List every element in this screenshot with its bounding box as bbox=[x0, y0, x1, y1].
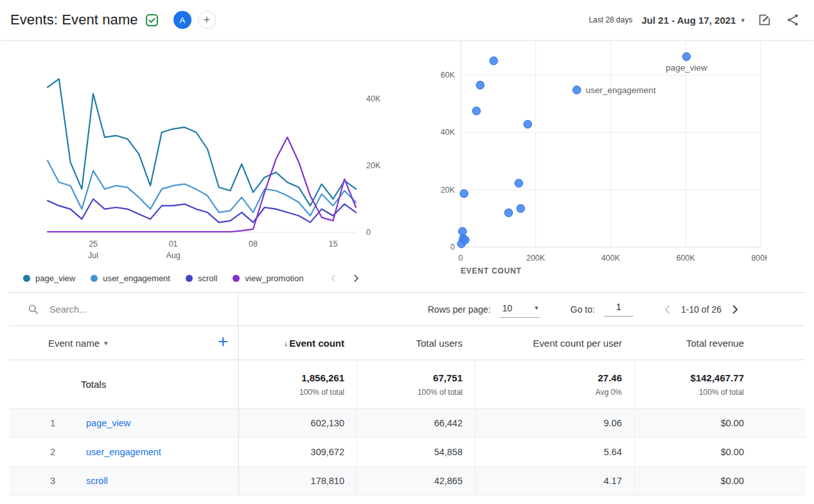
line-series-view_promotion bbox=[48, 137, 356, 232]
column-label: Event count per user bbox=[533, 338, 622, 349]
column-header-event-count[interactable]: ↓ Event count bbox=[238, 326, 357, 360]
event-link-page_view[interactable]: page_view bbox=[71, 409, 238, 438]
totals-value: 1,856,261 bbox=[301, 372, 344, 383]
plus-icon: + bbox=[203, 14, 210, 26]
cell-total-revenue: $0.00 bbox=[634, 409, 756, 438]
goto-label: Go to: bbox=[571, 304, 595, 315]
totals-event-count: 1,856,261 100% of total bbox=[238, 360, 357, 409]
dimension-name: Event name bbox=[48, 338, 100, 349]
scatter-point bbox=[524, 120, 532, 128]
totals-subvalue: 100% of total bbox=[699, 388, 744, 397]
column-header-total-revenue[interactable]: Total revenue bbox=[634, 326, 756, 360]
column-header-event-count-per-user[interactable]: Event count per user bbox=[475, 326, 634, 360]
customize-report-icon bbox=[757, 13, 772, 27]
scatter-point bbox=[460, 189, 468, 198]
svg-text:0: 0 bbox=[459, 254, 463, 263]
svg-text:user_engagement: user_engagement bbox=[586, 85, 656, 95]
goto-page-input[interactable]: 1 bbox=[604, 302, 633, 317]
cell-total-users: 66,442 bbox=[357, 409, 475, 438]
event-link-scroll[interactable]: scroll bbox=[71, 467, 238, 496]
header-spacer bbox=[756, 326, 805, 360]
cell-event-count: 602,130 bbox=[238, 409, 357, 438]
app-header: Events: Event name A + Last 28 days Jul … bbox=[0, 0, 814, 40]
legend-label: page_view bbox=[35, 274, 75, 283]
scatter-point bbox=[682, 53, 691, 61]
svg-text:0: 0 bbox=[450, 243, 455, 252]
pagination-range: 1-10 of 26 bbox=[681, 304, 721, 315]
svg-text:Aug: Aug bbox=[166, 251, 180, 260]
rows-per-page-value: 10 bbox=[502, 303, 513, 313]
dimension-select[interactable]: Event name ▾ bbox=[48, 338, 108, 349]
rows-per-page-select[interactable]: 10 ▾ bbox=[500, 301, 540, 318]
date-range-picker[interactable]: Jul 21 - Aug 17, 2021 ▾ bbox=[640, 12, 746, 28]
share-button[interactable] bbox=[783, 10, 802, 30]
line-series-scroll bbox=[48, 199, 356, 222]
legend-label: view_promotion bbox=[245, 274, 303, 283]
column-label: Total revenue bbox=[686, 338, 744, 349]
page-title: Events: Event name bbox=[10, 12, 138, 28]
cell-event-count: 178,810 bbox=[238, 467, 357, 496]
svg-text:25: 25 bbox=[89, 239, 98, 248]
svg-text:20K: 20K bbox=[441, 186, 456, 195]
legend-dot-icon bbox=[233, 275, 240, 282]
legend-prev-icon[interactable] bbox=[326, 272, 340, 285]
row-index: 2 bbox=[9, 438, 71, 467]
totals-subvalue: 100% of total bbox=[418, 388, 463, 397]
scatter-point bbox=[504, 209, 513, 217]
cell-total-revenue: $0.00 bbox=[634, 438, 756, 467]
column-label: Event count bbox=[289, 338, 344, 349]
row-spacer bbox=[756, 438, 805, 467]
legend-item-user_engagement[interactable]: user_engagement bbox=[91, 274, 170, 283]
event-link-user_engagement[interactable]: user_engagement bbox=[71, 438, 238, 467]
event-count-scatter-chart: 0200K400K600K800K020K40K60KEVENT COUNTpa… bbox=[431, 40, 767, 282]
caret-down-icon: ▾ bbox=[104, 339, 108, 347]
caret-down-icon: ▾ bbox=[535, 304, 538, 312]
legend-next-icon[interactable] bbox=[349, 271, 364, 286]
cell-event-count-per-user: 5.64 bbox=[475, 438, 634, 467]
legend-label: user_engagement bbox=[103, 274, 170, 283]
totals-event-count-per-user: 27.46 Avg 0% bbox=[475, 360, 634, 409]
cell-total-users: 54,858 bbox=[357, 438, 475, 467]
legend-item-view_promotion[interactable]: view_promotion bbox=[233, 274, 303, 283]
totals-value: $142,467.77 bbox=[691, 372, 744, 383]
svg-text:40K: 40K bbox=[441, 128, 456, 137]
legend-item-scroll[interactable]: scroll bbox=[186, 274, 217, 283]
events-over-time-line-chart: 020K40K25Jul01Aug0815 bbox=[19, 58, 395, 270]
search-icon bbox=[27, 303, 39, 315]
add-column-button[interactable]: + bbox=[214, 333, 232, 353]
row-index: 1 bbox=[9, 409, 71, 438]
svg-text:Jul: Jul bbox=[88, 251, 98, 260]
cell-total-revenue: $0.00 bbox=[634, 467, 756, 496]
totals-spacer bbox=[756, 360, 805, 409]
totals-value: 27.46 bbox=[597, 372, 622, 383]
svg-text:01: 01 bbox=[169, 239, 178, 248]
table-search-input[interactable] bbox=[48, 304, 170, 315]
next-page-icon[interactable] bbox=[728, 302, 742, 317]
cell-event-count: 309,672 bbox=[238, 438, 357, 467]
row-index: 3 bbox=[9, 467, 71, 496]
scatter-point bbox=[476, 81, 484, 89]
events-report-card: 020K40K25Jul01Aug0815 page_viewuser_enga… bbox=[9, 40, 805, 496]
svg-text:20K: 20K bbox=[366, 161, 381, 170]
prev-page-icon[interactable] bbox=[660, 302, 675, 317]
add-comparison-button[interactable]: + bbox=[198, 11, 216, 29]
totals-label: Totals bbox=[9, 360, 238, 409]
all-users-avatar[interactable]: A bbox=[173, 11, 191, 29]
legend-item-page_view[interactable]: page_view bbox=[23, 274, 75, 283]
row-spacer bbox=[756, 409, 805, 438]
scatter-point bbox=[472, 107, 481, 116]
table-search bbox=[9, 293, 238, 326]
svg-text:400K: 400K bbox=[601, 254, 621, 263]
scatter-point bbox=[517, 204, 525, 213]
customize-report-button[interactable] bbox=[755, 10, 774, 30]
column-header-total-users[interactable]: Total users bbox=[357, 326, 475, 360]
line-series-page_view bbox=[48, 79, 356, 206]
totals-subvalue: 100% of total bbox=[299, 388, 344, 397]
row-spacer bbox=[756, 467, 805, 496]
share-icon bbox=[786, 13, 800, 27]
sort-desc-icon: ↓ bbox=[284, 338, 288, 348]
caret-down-icon: ▾ bbox=[741, 16, 745, 24]
scatter-point bbox=[461, 236, 470, 245]
cell-event-count-per-user: 4.17 bbox=[475, 467, 634, 496]
svg-text:EVENT COUNT: EVENT COUNT bbox=[461, 266, 522, 275]
